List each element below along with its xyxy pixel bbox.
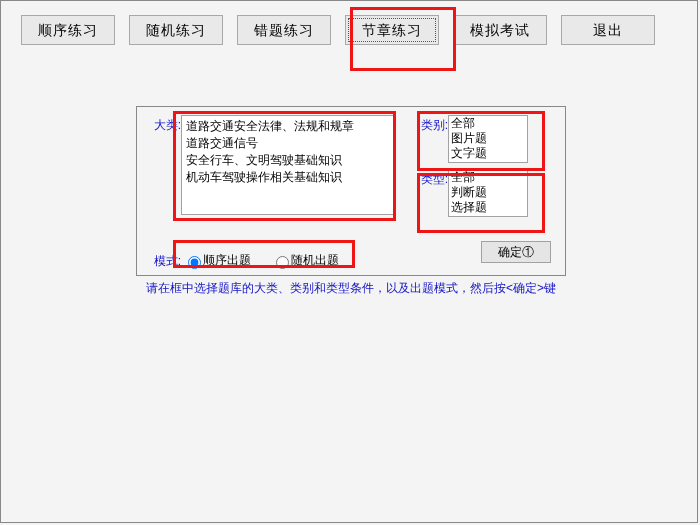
- list-item[interactable]: 安全行车、文明驾驶基础知识: [186, 152, 391, 169]
- btn-exit[interactable]: 退出: [561, 15, 655, 45]
- list-item[interactable]: 选择题: [451, 200, 525, 215]
- ok-button[interactable]: 确定①: [481, 241, 551, 263]
- listbox-minor-category[interactable]: 全部 图片题 文字题: [448, 115, 528, 163]
- listbox-major-category[interactable]: 道路交通安全法律、法规和规章 道路交通信号 安全行车、文明驾驶基础知识 机动车驾…: [181, 115, 396, 215]
- top-toolbar: 顺序练习 随机练习 错题练习 节章练习 模拟考试 退出: [1, 1, 697, 59]
- listbox-type[interactable]: 全部 判断题 选择题: [448, 169, 528, 217]
- list-item[interactable]: 道路交通安全法律、法规和规章: [186, 118, 391, 135]
- btn-random-practice[interactable]: 随机练习: [129, 15, 223, 45]
- btn-sequential-practice[interactable]: 顺序练习: [21, 15, 115, 45]
- options-panel: 大类: 道路交通安全法律、法规和规章 道路交通信号 安全行车、文明驾驶基础知识 …: [136, 106, 566, 276]
- btn-chapter-practice[interactable]: 节章练习: [345, 15, 439, 45]
- hint-text: 请在框中选择题库的大类、类别和类型条件，以及出题模式，然后按<确定>键: [136, 280, 566, 297]
- btn-error-practice[interactable]: 错题练习: [237, 15, 331, 45]
- radio-random[interactable]: [276, 256, 289, 269]
- radio-random-label: 随机出题: [291, 252, 339, 269]
- radio-sequential[interactable]: [188, 256, 201, 269]
- radio-sequential-label: 顺序出题: [203, 252, 251, 269]
- list-item[interactable]: 判断题: [451, 185, 525, 200]
- label-major-category: 大类:: [147, 117, 181, 134]
- label-minor-category: 类别:: [414, 117, 448, 134]
- list-item[interactable]: 全部: [451, 116, 525, 131]
- label-type: 类型:: [414, 171, 448, 188]
- list-item[interactable]: 全部: [451, 170, 525, 185]
- label-mode: 模式:: [147, 253, 181, 270]
- list-item[interactable]: 图片题: [451, 131, 525, 146]
- list-item[interactable]: 文字题: [451, 146, 525, 161]
- btn-mock-exam[interactable]: 模拟考试: [453, 15, 547, 45]
- list-item[interactable]: 道路交通信号: [186, 135, 391, 152]
- list-item[interactable]: 机动车驾驶操作相关基础知识: [186, 169, 391, 186]
